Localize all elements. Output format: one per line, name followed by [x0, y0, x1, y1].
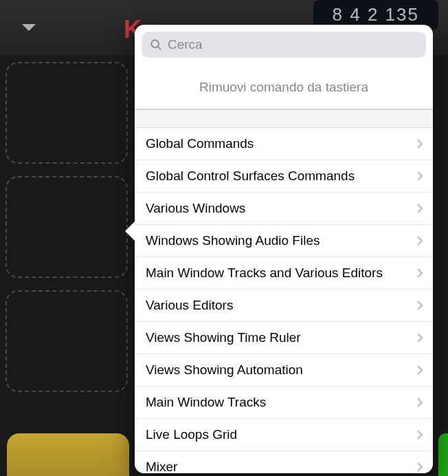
popover-arrow-icon	[125, 221, 135, 241]
category-live-loops-grid[interactable]: Live Loops Grid	[135, 419, 433, 451]
chevron-right-icon	[416, 235, 423, 246]
category-main-window-tracks-editors[interactable]: Main Window Tracks and Various Editors	[135, 257, 433, 290]
category-various-windows[interactable]: Various Windows	[135, 193, 433, 225]
track-placeholder[interactable]	[5, 176, 128, 278]
search-icon	[150, 39, 162, 51]
category-label: Windows Showing Audio Files	[146, 233, 320, 248]
category-views-automation[interactable]: Views Showing Automation	[135, 354, 433, 387]
chevron-right-icon	[416, 397, 423, 408]
yellow-track-button[interactable]	[7, 433, 129, 476]
chevron-right-icon	[416, 462, 423, 473]
category-label: Global Commands	[146, 136, 254, 151]
category-list: Global Commands Global Control Surfaces …	[135, 128, 433, 473]
chevron-right-icon	[416, 138, 423, 149]
category-label: Various Windows	[146, 201, 245, 216]
chevron-right-icon	[416, 268, 423, 279]
track-placeholder[interactable]	[5, 290, 128, 392]
category-label: Global Control Surfaces Commands	[146, 169, 355, 184]
remove-shortcut-button[interactable]: Rimuovi comando da tastiera	[135, 65, 433, 109]
category-label: Mixer	[146, 459, 177, 473]
chevron-right-icon	[416, 332, 423, 343]
popover-header: Cerca Rimuovi comando da tastiera	[135, 32, 433, 110]
green-track-strip[interactable]	[438, 433, 448, 476]
category-label: Main Window Tracks and Various Editors	[146, 266, 383, 281]
search-bar[interactable]: Cerca	[142, 32, 426, 58]
chevron-right-icon	[416, 203, 423, 214]
category-mixer[interactable]: Mixer	[135, 451, 433, 473]
category-label: Various Editors	[146, 298, 233, 313]
chevron-right-icon	[416, 300, 423, 311]
search-placeholder: Cerca	[168, 37, 203, 52]
track-placeholder[interactable]	[5, 62, 128, 164]
chevron-right-icon	[416, 171, 423, 182]
chevron-right-icon	[416, 429, 423, 440]
category-views-time-ruler[interactable]: Views Showing Time Ruler	[135, 322, 433, 354]
key-commands-popover: Cerca Rimuovi comando da tastiera Global…	[135, 25, 433, 473]
dropdown-arrow-icon[interactable]	[22, 24, 36, 31]
svg-point-0	[151, 40, 159, 47]
track-placeholders	[5, 62, 128, 392]
category-windows-showing-audio-files[interactable]: Windows Showing Audio Files	[135, 225, 433, 257]
chevron-right-icon	[416, 365, 423, 376]
category-label: Live Loops Grid	[146, 427, 237, 442]
section-spacer	[135, 110, 433, 128]
category-global-commands[interactable]: Global Commands	[135, 128, 433, 160]
category-main-window-tracks[interactable]: Main Window Tracks	[135, 387, 433, 419]
category-label: Views Showing Time Ruler	[146, 330, 301, 345]
category-various-editors[interactable]: Various Editors	[135, 290, 433, 322]
svg-line-1	[158, 47, 161, 50]
category-label: Views Showing Automation	[146, 363, 303, 378]
category-label: Main Window Tracks	[146, 395, 266, 410]
category-global-control-surfaces[interactable]: Global Control Surfaces Commands	[135, 160, 433, 193]
